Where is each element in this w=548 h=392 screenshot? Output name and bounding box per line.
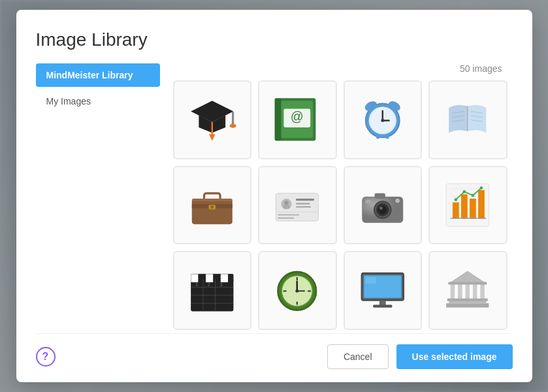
svg-rect-60 <box>470 199 477 218</box>
svg-rect-99 <box>373 305 392 308</box>
image-grid: @ <box>173 80 508 330</box>
modal-footer: ? Cancel Use selected image <box>36 333 513 369</box>
svg-point-49 <box>378 206 387 214</box>
svg-point-64 <box>472 194 475 197</box>
sidebar-item-mindmeister[interactable]: MindMeister Library <box>36 63 160 87</box>
image-grid-wrapper[interactable]: @ <box>173 80 513 331</box>
image-cell-bank[interactable] <box>428 251 508 330</box>
svg-marker-107 <box>449 272 487 284</box>
svg-point-16 <box>381 119 384 122</box>
image-cell-briefcase[interactable] <box>173 166 252 245</box>
svg-rect-33 <box>192 199 233 201</box>
svg-point-52 <box>395 199 400 203</box>
svg-rect-43 <box>278 217 294 218</box>
svg-rect-100 <box>447 304 489 308</box>
svg-rect-75 <box>228 274 235 283</box>
footer-buttons: Cancel Use selected image <box>327 344 513 369</box>
image-cell-business-card[interactable] <box>258 166 337 245</box>
svg-rect-106 <box>481 284 485 301</box>
svg-rect-39 <box>297 203 310 204</box>
svg-rect-38 <box>297 199 315 201</box>
svg-rect-97 <box>366 278 376 284</box>
svg-rect-42 <box>278 214 300 216</box>
svg-marker-0 <box>191 101 233 123</box>
help-button[interactable]: ? <box>36 347 56 367</box>
content-header: 50 images <box>173 63 513 74</box>
svg-rect-46 <box>375 193 385 199</box>
image-cell-email-book[interactable]: @ <box>258 80 337 159</box>
svg-rect-51 <box>366 200 371 204</box>
image-count: 50 images <box>460 63 502 74</box>
svg-rect-104 <box>466 284 470 301</box>
image-cell-wall-clock[interactable] <box>258 251 337 330</box>
sidebar: MindMeister Library My Images <box>36 63 160 331</box>
svg-rect-71 <box>199 274 206 283</box>
svg-rect-58 <box>453 203 459 218</box>
image-cell-monitor[interactable] <box>344 251 423 330</box>
modal-body: MindMeister Library My Images 50 images <box>36 63 513 331</box>
svg-rect-109 <box>447 299 488 301</box>
svg-rect-40 <box>297 206 312 207</box>
svg-point-65 <box>480 186 483 189</box>
image-cell-graduation-cap[interactable] <box>173 80 252 159</box>
svg-rect-108 <box>449 282 487 285</box>
svg-rect-28 <box>192 199 233 224</box>
svg-text:3: 3 <box>220 282 223 288</box>
svg-text:@: @ <box>291 110 304 124</box>
svg-point-3 <box>230 124 236 129</box>
use-selected-image-button[interactable]: Use selected image <box>396 344 513 369</box>
modal-title: Image Library <box>36 29 513 50</box>
svg-point-63 <box>463 190 466 193</box>
svg-rect-61 <box>479 190 485 218</box>
image-cell-alarm-clock[interactable] <box>344 80 423 159</box>
svg-rect-36 <box>285 201 289 205</box>
image-cell-clapperboard[interactable]: 1 2 3 <box>173 251 252 330</box>
image-library-modal: Image Library MindMeister Library My Ima… <box>16 10 532 382</box>
svg-rect-103 <box>459 284 463 301</box>
svg-point-32 <box>210 206 214 209</box>
svg-rect-59 <box>461 194 468 218</box>
svg-marker-5 <box>209 135 216 141</box>
image-cell-bar-chart[interactable] <box>428 166 508 245</box>
content-area: 50 images <box>160 63 513 331</box>
svg-rect-105 <box>473 284 477 301</box>
svg-point-50 <box>379 206 383 210</box>
svg-point-62 <box>455 198 458 201</box>
svg-rect-37 <box>283 205 290 209</box>
svg-rect-2 <box>232 112 234 125</box>
svg-rect-8 <box>275 99 282 141</box>
sidebar-item-my-images[interactable]: My Images <box>36 90 160 113</box>
svg-rect-41 <box>276 212 319 213</box>
svg-rect-102 <box>451 284 455 301</box>
svg-point-93 <box>296 289 299 293</box>
svg-text:1: 1 <box>195 282 198 288</box>
image-cell-open-book[interactable] <box>428 80 508 159</box>
svg-text:2: 2 <box>208 282 210 288</box>
image-cell-camera[interactable] <box>344 166 423 245</box>
cancel-button[interactable]: Cancel <box>327 344 389 369</box>
